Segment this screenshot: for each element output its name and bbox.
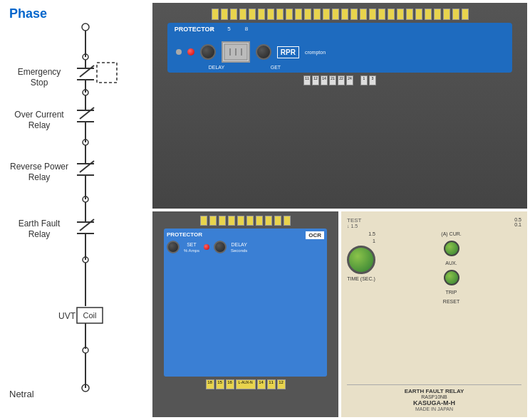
terminal-row-bottom: 1112 1421 2224 1 3	[303, 75, 376, 85]
svg-line-23	[80, 161, 94, 172]
svg-text:Earth Fault: Earth Fault	[19, 219, 61, 229]
blue-protector-panel: PROTECTOR 258 RPR crompton	[167, 23, 513, 73]
get-knob	[256, 44, 271, 60]
center-display	[222, 41, 250, 63]
panel-numbers: 258	[210, 26, 248, 32]
svg-text:Over Current: Over Current	[14, 110, 64, 120]
brand-label: crompton	[305, 50, 326, 55]
terminal-row-top	[212, 9, 469, 20]
svg-text:Phase: Phase	[9, 6, 47, 21]
svg-text:Relay: Relay	[28, 172, 51, 182]
delay-label: DELAY	[209, 65, 224, 70]
protector-label: PROTECTOR	[175, 26, 214, 33]
trip-button	[444, 270, 459, 285]
time-sec-label: TIME (SEC.)	[347, 276, 375, 281]
svg-text:Netral: Netral	[9, 389, 34, 399]
svg-rect-8	[97, 63, 117, 83]
blue-ocr-panel: PROTECTOR OCR SET % Amps DELAY Seconds	[164, 229, 327, 377]
protector-ocr-label: PROTECTOR	[167, 231, 202, 238]
reset-label: RESET	[443, 299, 459, 304]
delay-knob-sm	[214, 241, 227, 253]
images-panel: PROTECTOR 258 RPR crompton	[150, 0, 530, 420]
svg-text:Relay: Relay	[28, 120, 51, 130]
led-indicator	[187, 48, 194, 56]
svg-text:Emergency: Emergency	[18, 67, 61, 77]
svg-text:Reverse Power: Reverse Power	[10, 162, 68, 172]
main-knob	[347, 246, 375, 274]
set-knob	[167, 241, 180, 253]
get-label: GET	[271, 65, 281, 70]
svg-line-31	[80, 219, 94, 231]
earth-fault-relay-image: TEST ↓ 1.5 0.5 0.1 1.5 1 TIME (SEC.)	[341, 211, 527, 417]
made-in-label: MADE IN JAPAN	[347, 406, 521, 411]
model-label: RASP10NB	[347, 394, 521, 399]
svg-text:Coil: Coil	[83, 311, 97, 320]
trip-label: TRIP	[446, 290, 457, 295]
rpr-badge: RPR	[277, 46, 299, 58]
delay-knob	[200, 44, 216, 60]
svg-line-6	[80, 65, 94, 77]
ocr-badge: OCR	[306, 231, 324, 239]
brand-name: KASUGA-M-H	[347, 399, 521, 406]
aux-label: AUX.	[445, 261, 457, 266]
test-label: TEST	[347, 217, 361, 224]
svg-line-15	[80, 107, 94, 119]
led-indicator-sm	[204, 244, 209, 250]
protector-ocr-image: PROTECTOR OCR SET % Amps DELAY Seconds	[152, 211, 338, 417]
cur-label: (A) CUR.	[441, 231, 461, 236]
svg-point-1	[82, 23, 89, 31]
protector-rpr-image: PROTECTOR 258 RPR crompton	[152, 3, 527, 209]
svg-text:UVT: UVT	[58, 311, 76, 321]
svg-text:Relay: Relay	[28, 229, 51, 239]
circuit-diagram: Phase Emergency Stop Over Current Re	[0, 0, 150, 420]
earth-fault-relay-title: EARTH FAULT RELAY	[347, 388, 521, 394]
aux-button	[444, 241, 459, 256]
svg-text:Stop: Stop	[31, 78, 48, 88]
